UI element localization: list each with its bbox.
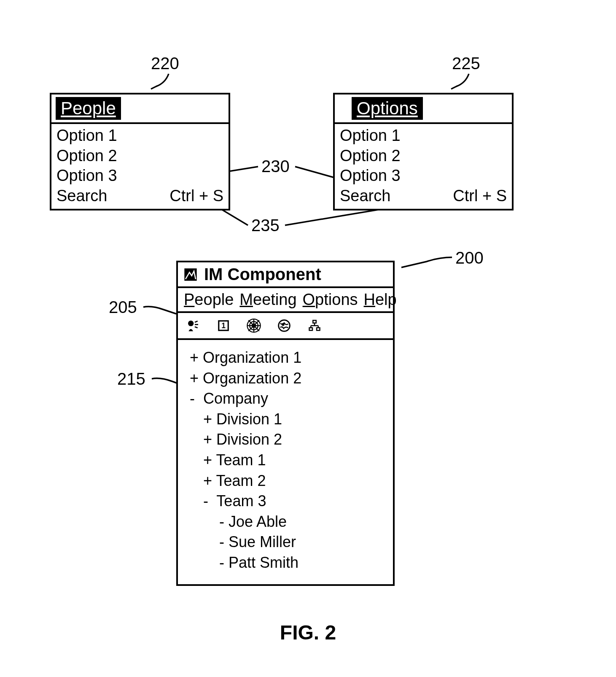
tree-node[interactable]: + Division 1 <box>190 409 381 430</box>
menu-item[interactable]: Option 3 <box>56 166 223 186</box>
menu-item-search[interactable]: Search Ctrl + S <box>56 186 223 206</box>
figure-caption: FIG. 2 <box>0 621 616 644</box>
network-icon[interactable] <box>306 317 323 334</box>
reference-200: 200 <box>455 248 484 267</box>
tree-node[interactable]: + Team 2 <box>190 471 381 491</box>
menu-item-label: Option 2 <box>56 146 117 166</box>
options-menu-title-row: Options <box>335 94 512 124</box>
tree-node[interactable]: + Division 2 <box>190 429 381 450</box>
options-menu-body: Option 1 Option 2 Option 3 Search Ctrl +… <box>335 124 512 208</box>
menu-item[interactable]: Option 2 <box>56 146 223 166</box>
people-menu-popup: People Option 1 Option 2 Option 3 Search… <box>50 93 230 210</box>
menu-item[interactable]: Option 2 <box>340 146 507 166</box>
menu-item-label: Option 1 <box>340 126 401 146</box>
options-menu-title[interactable]: Options <box>352 97 423 120</box>
menubar-meeting[interactable]: Meeting <box>239 291 296 309</box>
people-menu-title-row: People <box>51 94 229 124</box>
tree-node[interactable]: - Company <box>190 388 381 409</box>
calendar-icon[interactable]: 1 <box>215 317 232 334</box>
svg-text:1: 1 <box>221 321 226 330</box>
svg-point-19 <box>282 323 285 326</box>
tree-node[interactable]: + Organization 2 <box>190 368 381 389</box>
svg-line-8 <box>195 327 198 328</box>
menu-item-label: Search <box>340 186 390 206</box>
tree-leaf[interactable]: - Sue Miller <box>190 532 381 553</box>
globe-icon[interactable] <box>276 317 293 334</box>
im-title: IM Component <box>204 265 321 284</box>
tree-leaf[interactable]: - Joe Able <box>190 512 381 532</box>
tree-node[interactable]: + Organization 1 <box>190 348 381 368</box>
figure-canvas: 220 225 230 235 200 205 215 People Optio… <box>0 0 616 677</box>
menu-item[interactable]: Option 3 <box>340 166 507 186</box>
menu-item-label: Option 2 <box>340 146 401 166</box>
svg-line-6 <box>195 321 198 322</box>
contact-tree: + Organization 1 + Organization 2 - Comp… <box>178 340 393 584</box>
menu-item-label: Option 1 <box>56 126 117 146</box>
svg-rect-20 <box>313 321 316 323</box>
reference-225: 225 <box>452 54 480 73</box>
reference-220: 220 <box>151 54 179 73</box>
tree-leaf[interactable]: - Patt Smith <box>190 553 381 573</box>
options-menu-popup: Options Option 1 Option 2 Option 3 Searc… <box>333 93 514 210</box>
menubar-options[interactable]: Options <box>303 291 358 309</box>
menu-item[interactable]: Option 1 <box>56 126 223 146</box>
reference-230: 230 <box>261 157 290 176</box>
reference-205: 205 <box>109 298 137 317</box>
app-icon <box>182 266 199 283</box>
im-toolbar: 1 <box>178 313 393 340</box>
people-menu-body: Option 1 Option 2 Option 3 Search Ctrl +… <box>51 124 229 208</box>
menu-item-label: Search <box>56 186 107 206</box>
menu-item-accel: Ctrl + S <box>169 186 223 206</box>
reference-235: 235 <box>251 216 280 235</box>
svg-rect-21 <box>309 328 313 330</box>
svg-point-18 <box>279 320 290 332</box>
im-component-window: IM Component People Meeting Options Help… <box>176 261 395 586</box>
tree-node[interactable]: - Team 3 <box>190 491 381 512</box>
menu-item[interactable]: Option 1 <box>340 126 507 146</box>
menubar-people[interactable]: People <box>184 291 234 309</box>
reference-215: 215 <box>117 370 145 388</box>
people-menu-title[interactable]: People <box>56 97 121 120</box>
menu-item-label: Option 3 <box>56 166 117 186</box>
web-icon[interactable] <box>245 317 262 334</box>
menu-item-accel: Ctrl + S <box>453 186 507 206</box>
menu-item-search[interactable]: Search Ctrl + S <box>340 186 507 206</box>
im-menubar: People Meeting Options Help <box>178 288 393 313</box>
menu-item-label: Option 3 <box>340 166 401 186</box>
svg-rect-22 <box>317 328 320 330</box>
im-titlebar[interactable]: IM Component <box>178 262 393 288</box>
svg-point-5 <box>188 321 194 326</box>
menubar-help[interactable]: Help <box>364 291 397 309</box>
speak-icon[interactable] <box>185 317 202 334</box>
tree-node[interactable]: + Team 1 <box>190 450 381 471</box>
